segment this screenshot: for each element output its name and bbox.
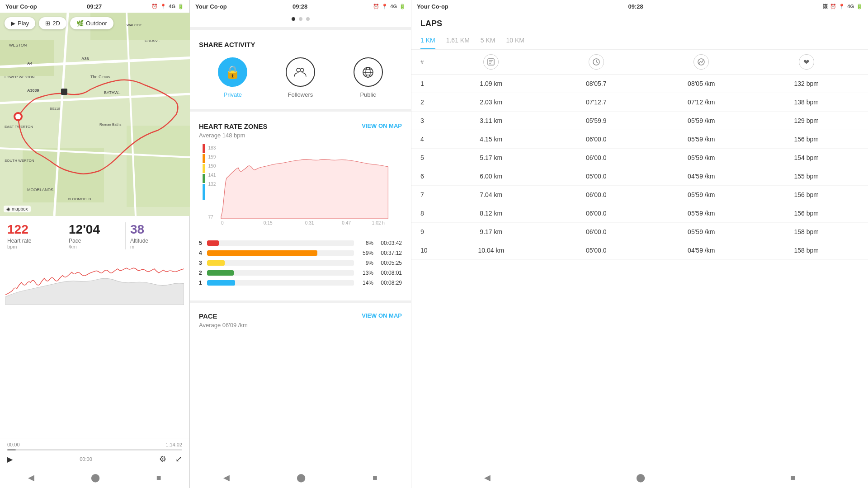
lap-bpm-3: 129 bpm [754, 117, 859, 124]
svg-text:1:02 h: 1:02 h [372, 221, 385, 225]
zone-num-4: 4 [199, 250, 203, 256]
lap-pace-6: 04'59 /km [649, 173, 754, 180]
dot-2 [299, 17, 302, 21]
zone-bar-fill-3 [207, 260, 225, 266]
mapbox-badge: ◉ mapbox [4, 206, 31, 212]
zone-bar-track-4 [207, 250, 354, 256]
heart-rate-stat: 122 Heart rate bpm [7, 222, 59, 249]
svg-text:77: 77 [208, 215, 213, 220]
lap-row-4: 4 4.15 km 06'00.0 05'59 /km 156 bpm [411, 130, 868, 149]
status-bar-3: Your Co-op 09:28 🖼 ⏰ 📍 4G 🔋 [411, 0, 868, 13]
time-2: 09:28 [292, 3, 307, 10]
settings-icon-button[interactable]: ⚙ [159, 454, 166, 464]
back-button-3[interactable]: ◀ [484, 473, 491, 483]
km-tab-1-km[interactable]: 1 KM [420, 32, 435, 49]
svg-rect-1 [0, 40, 54, 76]
location-icon-3: 📍 [839, 4, 845, 9]
zone-time-5: 00:03:42 [377, 240, 402, 246]
km-tab-10-km[interactable]: 10 KM [506, 32, 524, 49]
lap-time-2: 07'12.7 [544, 99, 649, 106]
zone-bar-track-3 [207, 260, 354, 266]
km-tab-5-km[interactable]: 5 KM [481, 32, 495, 49]
pace-stat: 12'04 Pace /km [69, 222, 121, 249]
km-tab-1.61-km[interactable]: 1.61 KM [446, 32, 470, 49]
lap-row-10: 10 10.04 km 05'00.0 04'59 /km 158 bpm [411, 241, 868, 260]
share-option-followers[interactable]: Followers [286, 57, 315, 98]
zone-bar-track-1 [207, 280, 354, 286]
share-option-private[interactable]: 🔒 Private [218, 57, 247, 98]
chart-svg [5, 260, 184, 305]
2d-button[interactable]: ⊞ 2D [39, 17, 66, 29]
svg-rect-39 [203, 184, 205, 200]
lap-bpm-6: 155 bpm [754, 173, 859, 180]
svg-rect-37 [203, 164, 205, 173]
altitude-unit: m [130, 244, 182, 249]
share-title: SHARE ACTIVITY [199, 41, 402, 48]
laps-table: # [411, 50, 868, 467]
pace-view-on-map-button[interactable]: VIEW ON MAP [362, 312, 402, 319]
lap-num-4: 4 [420, 136, 439, 143]
lap-num-10: 10 [420, 247, 439, 254]
lap-time-4: 06'00.0 [544, 136, 649, 143]
home-button-3[interactable]: ⬤ [636, 473, 645, 483]
share-option-public[interactable]: Public [354, 57, 383, 98]
zone-time-3: 00:05:25 [377, 260, 402, 266]
back-button-1[interactable]: ◀ [28, 473, 34, 483]
hr-view-on-map-button[interactable]: VIEW ON MAP [362, 122, 402, 129]
pace-value: 12'04 [69, 222, 121, 237]
svg-text:LOWER WESTON: LOWER WESTON [5, 75, 35, 79]
lap-dist-9: 9.17 km [439, 228, 544, 235]
lap-dist-1: 1.09 km [439, 80, 544, 87]
lap-pace-5: 05'59 /km [649, 154, 754, 161]
svg-rect-38 [203, 174, 205, 183]
fullscreen-icon-button[interactable]: ⤢ [175, 454, 182, 464]
svg-rect-36 [203, 154, 205, 163]
divider-mid [190, 109, 411, 112]
lap-time-1: 08'05.7 [544, 80, 649, 87]
progress-track[interactable] [7, 449, 182, 450]
home-button-2[interactable]: ⬤ [297, 473, 306, 483]
lap-dist-5: 5.17 km [439, 154, 544, 161]
recent-button-1[interactable]: ■ [156, 473, 161, 483]
lap-time-9: 06'00.0 [544, 228, 649, 235]
public-label: Public [360, 91, 376, 98]
lap-num-1: 1 [420, 80, 439, 87]
zone-num-2: 2 [199, 270, 203, 276]
svg-text:WALCOT: WALCOT [127, 23, 142, 27]
lap-pace-2: 07'12 /km [649, 99, 754, 106]
lap-bpm-1: 132 bpm [754, 80, 859, 87]
zone-pct-5: 6% [358, 240, 373, 246]
stat-divider-2 [125, 222, 126, 249]
total-time: 1:14:02 [165, 442, 182, 447]
play-button[interactable]: ▶ Play [5, 17, 35, 29]
status-icons-1: ⏰ 📍 4G 🔋 [151, 4, 184, 9]
location-icon-2: 📍 [382, 4, 388, 9]
svg-point-26 [15, 114, 21, 119]
svg-text:A3039: A3039 [27, 88, 39, 93]
followers-icon [286, 57, 315, 87]
svg-text:0:47: 0:47 [342, 221, 351, 225]
lap-bpm-10: 158 bpm [754, 247, 859, 254]
play-pause-button[interactable]: ▶ [7, 455, 13, 464]
map-container[interactable]: A4 A36 A3039 B0118 WESTON LOWER WESTON G… [0, 13, 190, 216]
lap-time-8: 06'00.0 [544, 210, 649, 217]
svg-point-29 [300, 68, 304, 72]
zone-bar-track-2 [207, 270, 354, 276]
back-button-2[interactable]: ◀ [223, 473, 230, 483]
alarm-icon: ⏰ [151, 4, 158, 9]
recent-button-2[interactable]: ■ [373, 473, 377, 483]
home-button-1[interactable]: ⬤ [91, 473, 100, 483]
public-icon [354, 57, 383, 87]
svg-text:A4: A4 [27, 61, 33, 66]
hr-title: HEART RATE ZONES [199, 122, 267, 130]
svg-text:GROSV...: GROSV... [145, 39, 160, 43]
lap-pace-3: 05'59 /km [649, 117, 754, 124]
panel-map: Your Co-op 09:27 ⏰ 📍 4G 🔋 A4 A36 [0, 0, 190, 488]
recent-button-3[interactable]: ■ [790, 473, 795, 483]
lap-time-7: 06'00.0 [544, 191, 649, 198]
pace-icon [693, 54, 709, 70]
distance-icon [483, 54, 499, 70]
svg-text:150: 150 [208, 164, 216, 169]
outdoor-button[interactable]: 🌿 Outdoor [70, 17, 113, 29]
zone-pct-3: 9% [358, 260, 373, 266]
